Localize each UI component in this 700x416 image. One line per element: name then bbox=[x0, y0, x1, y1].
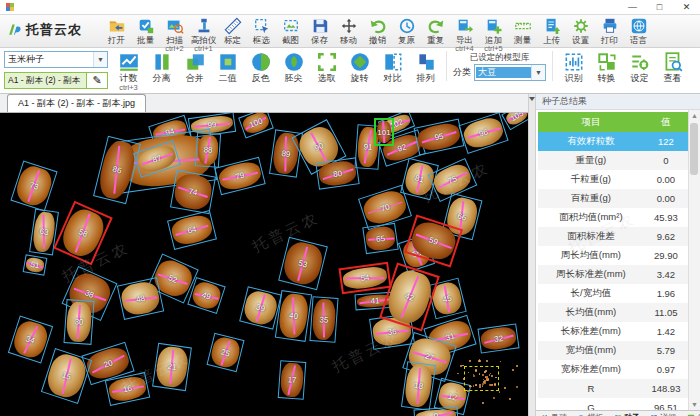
seed-box-34[interactable]: 34 bbox=[7, 315, 52, 363]
status-tab-3[interactable]: 详细.. bbox=[647, 412, 683, 416]
tool-redo-button[interactable]: 重复 bbox=[421, 17, 450, 53]
tool-open-button[interactable]: 打开 bbox=[102, 17, 131, 53]
panel-splitter[interactable] bbox=[528, 94, 536, 416]
tool-convert-button[interactable]: 转换 bbox=[590, 51, 623, 84]
tool-rotate-button[interactable]: 旋转 bbox=[343, 51, 376, 92]
result-row[interactable]: 百粒重(g)0.00 bbox=[538, 189, 688, 208]
tool-append-button[interactable]: 追加ctrl+5 bbox=[479, 17, 508, 53]
seed-box-80[interactable]: 80 bbox=[315, 157, 359, 189]
tool-invert-button[interactable]: 反色 bbox=[244, 51, 277, 92]
tool-compare-button[interactable]: 对比 bbox=[376, 51, 409, 92]
status-tab-4[interactable]: 分类 bbox=[684, 412, 700, 416]
result-row[interactable]: 长/宽均值1.96 bbox=[538, 284, 688, 303]
seed-box-18[interactable]: 18 bbox=[400, 361, 435, 411]
tool-calibrate-button[interactable]: 标定 bbox=[218, 17, 247, 53]
status-tab-0[interactable]: 果穗.. bbox=[538, 412, 574, 416]
tool-settings-button[interactable]: 设置 bbox=[566, 17, 595, 53]
tool-batch-button[interactable]: 批量 bbox=[131, 17, 160, 53]
result-row[interactable]: 宽标准差(mm)0.97 bbox=[538, 360, 688, 379]
tool-separate-button[interactable]: 分离 bbox=[145, 51, 178, 92]
scroll-thumb[interactable] bbox=[690, 123, 698, 175]
seed-box-30[interactable]: 30 bbox=[63, 299, 94, 345]
tool-pick-button[interactable]: 选取 bbox=[310, 51, 343, 92]
tool-language-button[interactable]: 语言 bbox=[624, 17, 653, 53]
seed-box-73[interactable]: 73 bbox=[10, 160, 57, 211]
tool-binary-button[interactable]: 二值 bbox=[211, 51, 244, 92]
result-row[interactable]: 有效籽粒数122 bbox=[538, 132, 688, 151]
image-canvas[interactable]: 9499100858687887974736358645189909110110… bbox=[0, 113, 528, 416]
tool-merge-button[interactable]: 合并 bbox=[178, 51, 211, 92]
seed-box-17[interactable]: 17 bbox=[278, 360, 307, 400]
close-button[interactable]: ✕ bbox=[673, 0, 700, 14]
result-row[interactable]: 千粒重(g)0.00 bbox=[538, 170, 688, 189]
scroll-up-icon[interactable]: ▲ bbox=[689, 110, 700, 121]
sample-type-select[interactable]: 玉米种子 ▼ bbox=[4, 51, 108, 68]
result-row[interactable]: 面积均值(mm²)45.93 bbox=[538, 208, 688, 227]
seed-box-70[interactable]: 70 bbox=[358, 184, 412, 230]
result-row[interactable]: G96.51 bbox=[538, 398, 688, 410]
model-select[interactable]: 大豆 ▼ bbox=[474, 64, 546, 81]
result-row[interactable]: 长均值(mm)11.05 bbox=[538, 303, 688, 322]
seed-box-100[interactable]: 100 bbox=[238, 113, 274, 138]
tool-view-button[interactable]: 查看 bbox=[656, 51, 689, 84]
seed-box-79[interactable]: 79 bbox=[214, 157, 265, 195]
seed-box-39[interactable]: 39 bbox=[239, 286, 282, 329]
seed-box-53[interactable]: 53 bbox=[278, 236, 328, 289]
result-row[interactable]: 周长均值(mm)29.90 bbox=[538, 246, 688, 265]
seed-box-74[interactable]: 74 bbox=[170, 170, 216, 214]
sample-name-field[interactable]: A1 - 副本 (2) - 副本 bbox=[4, 72, 87, 89]
tool-setup-button[interactable]: 设定 bbox=[623, 51, 656, 84]
seed-box-95[interactable]: 95 bbox=[414, 119, 465, 156]
status-tab-2[interactable]: 种子.. bbox=[611, 412, 647, 416]
debris-particle bbox=[457, 373, 458, 374]
image-tab[interactable]: A1 - 副本 (2) - 副本 - 副本.jpg bbox=[7, 94, 146, 112]
tool-upload-button[interactable]: 上传 bbox=[537, 17, 566, 53]
result-row[interactable]: 宽均值(mm)5.79 bbox=[538, 341, 688, 360]
seed-box-86[interactable]: 86 bbox=[93, 136, 141, 204]
result-row[interactable]: R148.93 bbox=[538, 379, 688, 398]
seed-box-96[interactable]: 96 bbox=[458, 113, 508, 154]
tool-count-button[interactable]: 计数ctrl+3 bbox=[112, 51, 145, 92]
result-row[interactable]: 周长标准差(mm)3.42 bbox=[538, 265, 688, 284]
seed-box-51[interactable]: 51 bbox=[23, 254, 48, 276]
tool-save-button[interactable]: 保存 bbox=[305, 17, 334, 53]
tool-export-button[interactable]: 导出ctrl+4 bbox=[450, 17, 479, 53]
tool-embryo-tip-button[interactable]: 胚尖 bbox=[277, 51, 310, 92]
minimize-button[interactable]: — bbox=[619, 0, 646, 14]
seed-box-21[interactable]: 21 bbox=[152, 343, 192, 391]
tool-doc-camera-button[interactable]: 高拍仪ctrl+1 bbox=[189, 17, 218, 53]
seed-box-40[interactable]: 40 bbox=[274, 290, 311, 342]
tool-scan-button[interactable]: 扫描ctrl+2 bbox=[160, 17, 189, 53]
tool-move-button[interactable]: 移动 bbox=[334, 17, 363, 53]
tool-undo-button[interactable]: 撤销 bbox=[363, 17, 392, 53]
seed-box-101[interactable]: 101 bbox=[374, 118, 394, 146]
settings-icon bbox=[572, 17, 590, 35]
debris-box[interactable] bbox=[464, 366, 499, 391]
result-row[interactable]: 长标准差(mm)1.42 bbox=[538, 322, 688, 341]
tool-frame-select-button[interactable]: 框选 bbox=[247, 17, 276, 53]
edit-name-button[interactable]: ✎ bbox=[87, 72, 108, 89]
maximize-button[interactable]: □ bbox=[646, 0, 673, 14]
tool-restore-button[interactable]: 复原 bbox=[392, 17, 421, 53]
tool-screenshot-button[interactable]: 截图 bbox=[276, 17, 305, 53]
table-scrollbar[interactable]: ▲ ▼ bbox=[688, 110, 700, 410]
seed-box-64[interactable]: 64 bbox=[167, 210, 217, 250]
scroll-down-icon[interactable]: ▼ bbox=[689, 399, 700, 410]
status-tab-1[interactable]: 模板.. bbox=[574, 412, 610, 416]
tool-measure-button[interactable]: 测量 bbox=[508, 17, 537, 53]
result-row[interactable]: 重量(g)0 bbox=[538, 151, 688, 170]
seed-box-54[interactable]: 54 bbox=[338, 262, 391, 295]
tool-print-button[interactable]: 打印 bbox=[595, 17, 624, 53]
seed-box-48[interactable]: 48 bbox=[116, 277, 163, 320]
seed-box-32[interactable]: 32 bbox=[477, 323, 519, 353]
tool-arrange-button[interactable]: 排列 bbox=[409, 51, 442, 92]
seed-box-88[interactable]: 88 bbox=[195, 132, 221, 168]
result-row[interactable]: 面积标准差9.62 bbox=[538, 227, 688, 246]
tool-label: 截图 bbox=[282, 35, 299, 45]
seed-box-35[interactable]: 35 bbox=[309, 296, 338, 343]
seed-box-65[interactable]: 65 bbox=[362, 222, 398, 253]
seed-box-105[interactable]: 105 bbox=[501, 113, 528, 130]
seed-box-25[interactable]: 25 bbox=[206, 332, 244, 372]
seed-box-58[interactable]: 58 bbox=[53, 201, 113, 266]
tool-recognize-button[interactable]: 识别 bbox=[557, 51, 590, 84]
